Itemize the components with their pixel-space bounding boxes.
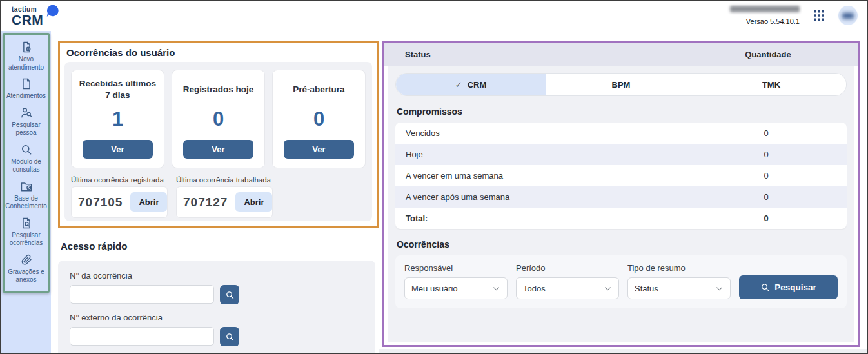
ver-button[interactable]: Ver xyxy=(183,140,253,159)
file-icon xyxy=(20,77,33,90)
sidebar-item-label: Pesquisar pessoa xyxy=(5,121,48,137)
numero-ocorrencia-label: N° da ocorrência xyxy=(70,271,364,280)
row-quantity: 0 xyxy=(686,171,847,181)
chevron-down-icon xyxy=(604,284,612,293)
tipo-resumo-select[interactable]: Status xyxy=(627,277,731,299)
sidebar-item-label: Gravações e anexos xyxy=(5,268,48,284)
tab-bpm[interactable]: BPM xyxy=(546,74,696,95)
row-status: A vencer após uma semana xyxy=(395,192,686,202)
numero-externo-input[interactable] xyxy=(70,327,214,346)
file-plus-icon xyxy=(20,41,33,54)
apps-grid-icon[interactable] xyxy=(813,9,825,22)
filter-responsavel: Responsável Meu usuário xyxy=(404,263,508,299)
stat-card-value: 0 xyxy=(179,108,258,131)
select-value: Meu usuário xyxy=(411,284,458,293)
numero-externo-label: N° externo da ocorrência xyxy=(70,313,364,322)
sidebar-item-label: Atendimentos xyxy=(6,92,46,101)
stat-card-recebidas: Recebidas últimos 7 dias 1 Ver xyxy=(71,70,164,168)
version-label: Versão 5.54.10.1 xyxy=(730,17,800,25)
resumos-tab-bar: ✓ CRM BPM TMK xyxy=(395,73,847,96)
person-search-icon xyxy=(20,106,33,119)
search-icon xyxy=(20,143,33,156)
search-icon xyxy=(225,332,235,342)
compromissos-title: Compromissos xyxy=(397,106,845,117)
stat-card-title: Pré-abertura xyxy=(279,78,359,101)
filter-label: Período xyxy=(516,263,619,273)
ultima-registrada-label: Última ocorrência registrada xyxy=(71,176,168,184)
stat-card-title: Registrados hoje xyxy=(179,78,258,101)
ultima-registrada-group: Última ocorrência registrada 707105 Abri… xyxy=(71,176,168,218)
user-info-block: Versão 5.54.10.1 xyxy=(730,6,800,25)
tactium-crm-logo: tactium CRM xyxy=(12,5,43,26)
periodo-select[interactable]: Todos xyxy=(516,277,619,299)
folder-check-icon xyxy=(20,180,33,193)
ocorrencia-number: 707127 xyxy=(183,195,228,210)
tab-tmk[interactable]: TMK xyxy=(696,74,846,95)
table-row: Hoje 0 xyxy=(395,144,847,165)
tab-label: CRM xyxy=(468,80,487,90)
numero-ocorrencia-input[interactable] xyxy=(70,285,214,304)
filter-tipo-de-resumo: Tipo de resumo Status xyxy=(627,263,731,299)
sidebar-item-base-de-conhecimento[interactable]: Base de Conhecimento xyxy=(5,180,48,211)
ultima-trabalhada-group: Última ocorrência trabalhada 707127 Abri… xyxy=(176,176,273,218)
sidebar-item-novo-atendimento[interactable]: Novo atendimento xyxy=(5,41,48,72)
logo-text-tactium: tactium xyxy=(12,6,43,13)
sidebar-item-label: Novo atendimento xyxy=(5,55,48,72)
pesquisar-label: Pesquisar xyxy=(774,282,816,292)
sidebar: Novo atendimento Atendimentos Pesquisar … xyxy=(1,31,51,353)
stat-card-pre-abertura: Pré-abertura 0 Ver xyxy=(272,70,366,168)
logo-text-crm: CRM xyxy=(12,13,43,26)
abrir-button[interactable]: Abrir xyxy=(130,192,167,212)
row-status: A vencer em uma semana xyxy=(395,171,686,181)
page-background-strip xyxy=(379,349,867,353)
stat-card-title: Recebidas últimos 7 dias xyxy=(78,78,157,101)
ultima-registrada-box: 707105 Abrir xyxy=(71,186,168,218)
stat-cards-row: Recebidas últimos 7 dias 1 Ver Registrad… xyxy=(71,70,366,168)
panel-title: Ocorrências do usuário xyxy=(60,43,377,61)
tab-crm[interactable]: ✓ CRM xyxy=(396,74,546,95)
app-window: tactium CRM Versão 5.54.10.1 xyxy=(0,0,868,354)
acesso-rapido-panel: N° da ocorrência N° externo da ocorrênci… xyxy=(58,261,375,353)
paperclip-icon xyxy=(20,253,33,266)
select-value: Todos xyxy=(523,284,546,293)
ver-button[interactable]: Ver xyxy=(83,140,152,159)
sidebar-item-gravacoes-e-anexos[interactable]: Gravações e anexos xyxy=(5,253,48,284)
search-icon xyxy=(225,290,235,300)
row-quantity: 0 xyxy=(686,128,847,138)
sidebar-item-pesquisar-ocorrencias[interactable]: Pesquisar ocorrências xyxy=(5,217,48,248)
sidebar-item-label: Módulo de consultas xyxy=(5,158,48,174)
chevron-down-icon xyxy=(715,284,724,293)
tab-label: TMK xyxy=(762,80,780,90)
tab-label: BPM xyxy=(612,80,631,90)
redacted-avatar-text xyxy=(842,13,854,19)
filter-label: Tipo de resumo xyxy=(627,263,731,273)
ocorrencias-content-area: Recebidas últimos 7 dias 1 Ver Registrad… xyxy=(64,62,372,221)
pesquisar-button[interactable]: Pesquisar xyxy=(739,275,838,299)
stat-card-value: 1 xyxy=(78,108,157,131)
sidebar-item-pesquisar-pessoa[interactable]: Pesquisar pessoa xyxy=(5,106,48,137)
user-avatar[interactable] xyxy=(838,6,858,25)
row-status: Total: xyxy=(395,213,686,223)
ocorrencia-number: 707105 xyxy=(78,195,123,210)
search-externo-button[interactable] xyxy=(220,327,239,346)
search-ocorrencia-button[interactable] xyxy=(220,285,239,304)
abrir-button[interactable]: Abrir xyxy=(235,192,272,212)
stat-card-registrados-hoje: Registrados hoje 0 Ver xyxy=(172,70,265,168)
responsavel-select[interactable]: Meu usuário xyxy=(404,277,508,299)
chevron-down-icon xyxy=(492,284,500,293)
stat-card-value: 0 xyxy=(279,108,359,131)
filter-periodo: Período Todos xyxy=(516,263,619,299)
ver-button[interactable]: Ver xyxy=(284,140,353,159)
sidebar-item-atendimentos[interactable]: Atendimentos xyxy=(5,77,48,101)
sidebar-item-modulo-de-consultas[interactable]: Módulo de consultas xyxy=(5,143,48,174)
table-row: A vencer após uma semana 0 xyxy=(395,186,847,208)
acesso-rapido-title: Acesso rápido xyxy=(61,241,127,251)
sidebar-item-label: Base de Conhecimento xyxy=(5,195,48,211)
filter-label: Responsável xyxy=(404,263,508,273)
ocorrencias-filter-bar: Responsável Meu usuário Período Todos Ti… xyxy=(395,255,847,308)
search-icon xyxy=(760,282,770,292)
speech-bubble-icon xyxy=(45,4,59,18)
numero-ocorrencia-row xyxy=(70,285,364,304)
table-total-row: Total: 0 xyxy=(395,208,847,229)
sidebar-item-label: Pesquisar ocorrências xyxy=(5,231,48,248)
